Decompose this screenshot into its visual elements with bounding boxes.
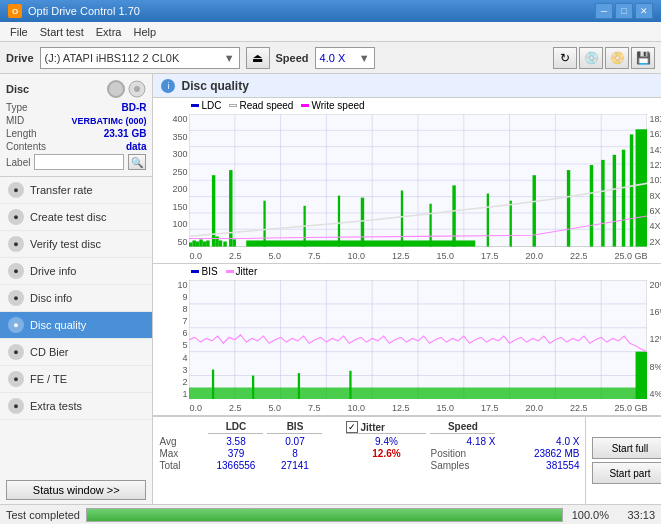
jitter-checkbox[interactable]: ✓ (346, 421, 358, 433)
menu-extra[interactable]: Extra (90, 25, 128, 39)
drive-label: Drive (6, 52, 34, 64)
svg-rect-42 (567, 170, 570, 246)
verify-test-icon: ● (8, 236, 24, 252)
start-full-button[interactable]: Start full (592, 437, 661, 459)
svg-rect-23 (203, 241, 206, 246)
total-bis: 27141 (267, 460, 322, 471)
speed-selector[interactable]: 4.0 X ▼ (315, 47, 375, 69)
disc-info-icon: ● (8, 290, 24, 306)
speed-dropdown-arrow: ▼ (359, 52, 370, 64)
minimize-button[interactable]: ─ (595, 3, 613, 19)
avg-bis: 0.07 (267, 436, 322, 447)
toolbar-write-button[interactable]: 📀 (605, 47, 629, 69)
progress-percent: 100.0% (569, 509, 609, 521)
svg-rect-43 (590, 165, 593, 247)
drive-selector[interactable]: (J:) ATAPI iHBS112 2 CL0K ▼ (40, 47, 240, 69)
speed-label: Speed (276, 52, 309, 64)
sidebar-item-cd-bier[interactable]: ● CD Bier (0, 339, 152, 366)
progress-bar-inner (87, 509, 562, 521)
transfer-rate-label: Transfer rate (30, 184, 93, 196)
write-speed-label: Write speed (311, 100, 364, 111)
label-search-button[interactable]: 🔍 (128, 154, 146, 170)
svg-rect-27 (219, 240, 222, 246)
sidebar-item-extra-tests[interactable]: ● Extra tests (0, 393, 152, 420)
bis-legend-jitter: Jitter (226, 266, 258, 277)
bis-color (191, 270, 199, 273)
create-test-label: Create test disc (30, 211, 106, 223)
avg-ldc: 3.58 (208, 436, 263, 447)
disc-icon-area (128, 80, 146, 98)
disc-graphic (107, 80, 125, 98)
eject-button[interactable]: ⏏ (246, 47, 270, 69)
status-window-button[interactable]: Status window >> (6, 480, 146, 500)
sidebar-item-drive-info[interactable]: ● Drive info (0, 258, 152, 285)
length-label: Length (6, 128, 37, 139)
sidebar: Disc Type BD-R MID VERBATIMc (000 (0, 74, 153, 504)
ldc-legend-read: Read speed (229, 100, 293, 111)
svg-rect-40 (510, 201, 512, 247)
sidebar-item-verify-test-disc[interactable]: ● Verify test disc (0, 231, 152, 258)
ldc-label: LDC (201, 100, 221, 111)
read-speed-label: Read speed (239, 100, 293, 111)
stats-table: LDC BIS ✓ Jitter Speed Avg 3.58 0.07 (153, 417, 585, 504)
transfer-rate-icon: ● (8, 182, 24, 198)
svg-rect-45 (613, 155, 616, 247)
svg-rect-36 (401, 190, 403, 246)
progress-bar-container: Test completed 100.0% 33:13 (0, 504, 661, 524)
menu-help[interactable]: Help (127, 25, 162, 39)
sidebar-item-create-test-disc[interactable]: ● Create test disc (0, 204, 152, 231)
ldc-y-axis-right: 18X 16X 14X 12X 10X 8X 6X 4X 2X (647, 98, 661, 263)
svg-rect-35 (361, 198, 364, 247)
cd-bier-label: CD Bier (30, 346, 69, 358)
svg-rect-19 (189, 242, 192, 246)
max-ldc: 379 (208, 448, 263, 459)
toolbar-disc-button[interactable]: 💿 (579, 47, 603, 69)
read-speed-color (229, 104, 237, 107)
max-position: 23862 MB (499, 448, 579, 459)
jitter-header-row: ✓ Jitter (346, 421, 426, 434)
menu-file[interactable]: File (4, 25, 34, 39)
total-ldc: 1366556 (208, 460, 263, 471)
svg-rect-44 (602, 160, 605, 247)
jitter-col-header: Jitter (360, 422, 384, 433)
ldc-chart-wrapper: LDC Read speed Write speed 400 350 300 (153, 98, 661, 264)
svg-rect-64 (212, 369, 214, 399)
quality-title: Disc quality (181, 79, 248, 93)
create-test-icon: ● (8, 209, 24, 225)
menu-start-test[interactable]: Start test (34, 25, 90, 39)
sidebar-item-transfer-rate[interactable]: ● Transfer rate (0, 177, 152, 204)
avg-jitter: 9.4% (346, 436, 426, 447)
window-controls: ─ □ ✕ (595, 3, 653, 19)
jitter-color (226, 270, 234, 273)
write-speed-color (301, 104, 309, 107)
sidebar-item-fe-te[interactable]: ● FE / TE (0, 366, 152, 393)
position-label: Position (430, 448, 495, 459)
svg-rect-28 (224, 241, 227, 246)
extra-tests-label: Extra tests (30, 400, 82, 412)
disc-info-label: Disc info (30, 292, 72, 304)
sidebar-item-disc-quality[interactable]: ● Disc quality (0, 312, 152, 339)
start-part-button[interactable]: Start part (592, 462, 661, 484)
toolbar-refresh-button[interactable]: ↻ (553, 47, 577, 69)
close-button[interactable]: ✕ (635, 3, 653, 19)
fe-te-label: FE / TE (30, 373, 67, 385)
svg-rect-30 (233, 239, 236, 246)
svg-rect-66 (298, 373, 300, 399)
bis-legend: BIS Jitter (191, 266, 257, 277)
jitter-label: Jitter (236, 266, 258, 277)
mid-value: VERBATIMc (000) (72, 116, 147, 126)
total-samples: 381554 (499, 460, 579, 471)
sidebar-item-disc-info[interactable]: ● Disc info (0, 285, 152, 312)
svg-rect-47 (630, 134, 633, 246)
total-label: Total (159, 460, 204, 471)
type-label: Type (6, 102, 28, 113)
avg-speed-set: 4.0 X (499, 436, 579, 447)
svg-rect-39 (487, 194, 489, 247)
ldc-header: LDC (208, 421, 263, 434)
avg-row: Avg 3.58 0.07 9.4% 4.18 X 4.0 X (159, 436, 579, 447)
maximize-button[interactable]: □ (615, 3, 633, 19)
label-input[interactable] (34, 154, 124, 170)
svg-rect-29 (230, 170, 233, 246)
toolbar-save-button[interactable]: 💾 (631, 47, 655, 69)
content-area: i Disc quality LDC Read speed (153, 74, 661, 504)
